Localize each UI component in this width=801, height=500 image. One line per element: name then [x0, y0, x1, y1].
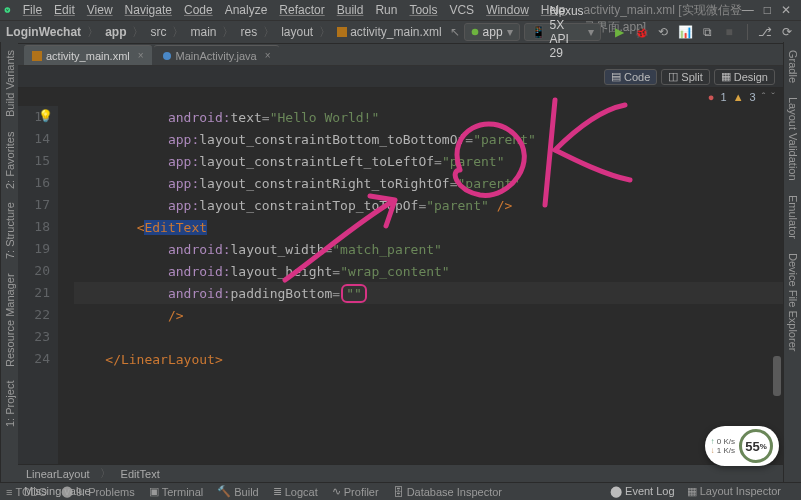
- right-tool-strip: Gradle Layout Validation Emulator Device…: [783, 42, 801, 482]
- java-file-icon: [162, 51, 172, 61]
- code-line[interactable]: app:layout_constraintTop_toTopOf="parent…: [74, 194, 783, 216]
- window-minimize-icon[interactable]: —: [742, 3, 754, 17]
- menu-build[interactable]: Build: [331, 3, 370, 17]
- code-line[interactable]: app:layout_constraintBottom_toBottomOf="…: [74, 128, 783, 150]
- tool-profiler[interactable]: ∿ Profiler: [332, 485, 379, 498]
- tool-build[interactable]: 🔨 Build: [217, 485, 258, 498]
- code-line[interactable]: android:layout_width="match_parent": [74, 238, 783, 260]
- close-icon[interactable]: ×: [138, 50, 144, 61]
- xml-file-icon: [32, 51, 42, 61]
- window-maximize-icon[interactable]: □: [764, 3, 771, 17]
- breadcrumb-edittext[interactable]: EditText: [121, 468, 160, 480]
- tool-resource-manager[interactable]: Resource Manager: [4, 273, 16, 367]
- problems-summary[interactable]: ●1 ▲3 ˆ ˇ: [18, 88, 783, 106]
- mode-design[interactable]: ▦ Design: [714, 69, 775, 85]
- menu-vcs[interactable]: VCS: [443, 3, 480, 17]
- code-line[interactable]: [74, 326, 783, 348]
- code-editor[interactable]: ▤ Code ◫ Split ▦ Design ●1 ▲3 ˆ ˇ 131415…: [18, 66, 783, 464]
- scrollbar-thumb[interactable]: [773, 356, 781, 396]
- tool-build-variants[interactable]: Build Variants: [4, 50, 16, 117]
- svg-rect-3: [32, 51, 42, 61]
- tool-structure[interactable]: 7: Structure: [4, 203, 16, 260]
- bottom-tool-strip: ≡ TODO ⬤ 9: Problems ▣ Terminal 🔨 Build …: [0, 482, 801, 500]
- crumb-main[interactable]: main: [190, 25, 216, 39]
- event-log[interactable]: ⬤ Event Log: [610, 485, 675, 498]
- error-icon: ●: [708, 91, 715, 103]
- sync-icon[interactable]: ⟳: [781, 26, 794, 39]
- stop-button[interactable]: ■: [723, 26, 736, 39]
- code-line[interactable]: </LinearLayout>: [74, 348, 783, 370]
- svg-point-0: [5, 7, 11, 13]
- navigation-bar: LoginWechat〉 app〉 src〉 main〉 res〉 layout…: [0, 20, 801, 44]
- code-line[interactable]: app:layout_constraintLeft_toLeftOf="pare…: [74, 150, 783, 172]
- apply-changes-icon[interactable]: ⟲: [657, 26, 670, 39]
- svg-point-4: [163, 52, 171, 60]
- code-line[interactable]: android:text="Hello World!": [74, 106, 783, 128]
- vcs-icon[interactable]: ⎇: [759, 26, 772, 39]
- status-bar-right: ⬤ Event Log ▦ Layout Inspector: [610, 482, 781, 500]
- crumb-project[interactable]: LoginWechat: [6, 25, 81, 39]
- menu-code[interactable]: Code: [178, 3, 219, 17]
- close-icon[interactable]: ×: [265, 50, 271, 61]
- tab-activity-main[interactable]: activity_main.xml×: [24, 45, 152, 65]
- run-config-selector[interactable]: app ▾: [464, 23, 520, 41]
- svg-point-2: [471, 29, 478, 36]
- menu-view[interactable]: View: [81, 3, 119, 17]
- tool-project[interactable]: 1: Project: [4, 381, 16, 427]
- android-studio-icon: [4, 3, 11, 17]
- menu-analyze[interactable]: Analyze: [219, 3, 274, 17]
- crumb-file[interactable]: activity_main.xml: [337, 25, 441, 39]
- run-button[interactable]: ▶: [613, 26, 626, 39]
- tool-device-file-explorer[interactable]: Device File Explorer: [787, 253, 799, 351]
- chevron-up-icon[interactable]: ˆ: [762, 91, 766, 103]
- code-line[interactable]: app:layout_constraintRight_toRightOf="pa…: [74, 172, 783, 194]
- mode-split[interactable]: ◫ Split: [661, 69, 709, 85]
- speed-dial-icon: 55%: [739, 429, 773, 463]
- tool-emulator[interactable]: Emulator: [787, 195, 799, 239]
- layout-inspector[interactable]: ▦ Layout Inspector: [687, 485, 781, 498]
- chevron-down-icon[interactable]: ˇ: [771, 91, 775, 103]
- menu-run[interactable]: Run: [369, 3, 403, 17]
- menu-file[interactable]: File: [17, 3, 48, 17]
- crumb-src[interactable]: src: [150, 25, 166, 39]
- crumb-res[interactable]: res: [240, 25, 257, 39]
- code-line[interactable]: <EditText: [74, 216, 783, 238]
- menu-bar: File Edit View Navigate Code Analyze Ref…: [0, 0, 801, 20]
- device-selector[interactable]: 📱 Nexus 5X API 29 ▾: [524, 23, 601, 41]
- xml-file-icon: [337, 27, 347, 37]
- tool-gradle[interactable]: Gradle: [787, 50, 799, 83]
- breadcrumb-linearlayout[interactable]: LinearLayout: [26, 468, 90, 480]
- svg-rect-1: [337, 27, 347, 37]
- tab-mainactivity[interactable]: MainActivity.java×: [154, 45, 279, 65]
- intention-bulb-icon[interactable]: 💡: [38, 109, 53, 123]
- code-line[interactable]: />: [74, 304, 783, 326]
- network-speed-badge: ↑ 0 K/s ↓ 1 K/s 55%: [705, 426, 779, 466]
- menu-edit[interactable]: Edit: [48, 3, 81, 17]
- line-gutter[interactable]: 131415161718192021222324: [18, 106, 58, 464]
- crumb-app[interactable]: app: [105, 25, 126, 39]
- left-tool-strip: 1: Project Resource Manager 7: Structure…: [0, 42, 18, 482]
- menu-tools[interactable]: Tools: [403, 3, 443, 17]
- element-breadcrumb: LinearLayout 〉 EditText: [18, 464, 783, 482]
- mode-code[interactable]: ▤ Code: [604, 69, 657, 85]
- menu-window[interactable]: Window: [480, 3, 535, 17]
- window-close-icon[interactable]: ✕: [781, 3, 791, 17]
- code-area[interactable]: 131415161718192021222324 android:text="H…: [18, 106, 783, 464]
- profile-button[interactable]: 📊: [679, 26, 692, 39]
- tool-favorites[interactable]: 2: Favorites: [4, 131, 16, 188]
- tool-database-inspector[interactable]: 🗄 Database Inspector: [393, 486, 502, 498]
- tool-logcat[interactable]: ≣ Logcat: [273, 485, 318, 498]
- editor-mode-switch: ▤ Code ◫ Split ▦ Design: [18, 66, 783, 88]
- debug-button[interactable]: 🐞: [635, 26, 648, 39]
- menu-navigate[interactable]: Navigate: [119, 3, 178, 17]
- attach-debugger-icon[interactable]: ⧉: [701, 26, 714, 39]
- android-icon: [471, 28, 479, 36]
- code-line[interactable]: 💡 android:paddingBottom="": [74, 282, 783, 304]
- menu-refactor[interactable]: Refactor: [273, 3, 330, 17]
- editor-tabs: activity_main.xml× MainActivity.java×: [0, 44, 801, 66]
- crumb-layout[interactable]: layout: [281, 25, 313, 39]
- status-message: Missing value: [24, 482, 91, 500]
- tool-layout-validation[interactable]: Layout Validation: [787, 97, 799, 181]
- code-line[interactable]: android:layout_height="wrap_content": [74, 260, 783, 282]
- tool-terminal[interactable]: ▣ Terminal: [149, 485, 204, 498]
